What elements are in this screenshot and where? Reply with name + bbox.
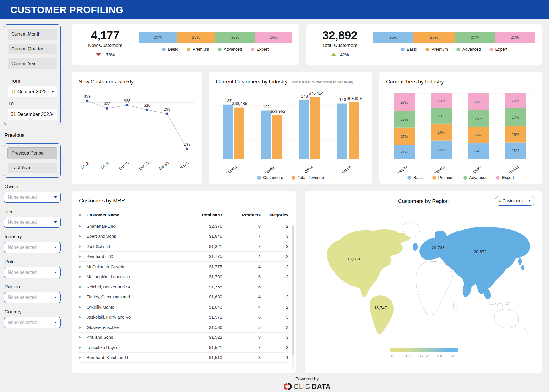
table-row[interactable]: ▶Bernhard LLC$1,77542 — [79, 252, 288, 262]
row-expand-caret-icon[interactable]: ▶ — [79, 245, 87, 248]
bar-customers-transportation[interactable] — [337, 104, 347, 159]
total-customers-label: Total Customers — [322, 43, 357, 48]
region-southeast-asia[interactable] — [484, 286, 491, 299]
table-row[interactable]: ▶Bernhard, Kutch and L$1,51031 — [79, 353, 288, 363]
table-row[interactable]: ▶Jaskolski, Ferry and Vo$1,57163 — [79, 312, 288, 323]
table-row[interactable]: ▶Leuschke-Raynor$1,52173 — [79, 342, 288, 353]
table-row[interactable]: ▶Shanahan-Lind$2,37682 — [79, 221, 288, 231]
cell-customer-name: O'Reilly-Mante — [87, 305, 179, 309]
row-expand-caret-icon[interactable]: ▶ — [79, 275, 87, 278]
previous-period-button[interactable]: Previous Period — [8, 148, 57, 159]
cell-total-mrr: $1,640 — [179, 305, 222, 309]
table-row[interactable]: ▶Jast-Schmitt$1,82173 — [79, 241, 288, 252]
role-dropdown[interactable]: None selected — [4, 267, 61, 278]
legend-dot-icon — [407, 176, 411, 180]
dist-segment-advanced: 25% — [455, 32, 495, 43]
region-north-america[interactable] — [327, 229, 411, 298]
bar-customers-entertainment[interactable] — [223, 105, 233, 159]
tier-legend: BasicPremiumAdvancedExpert — [373, 47, 535, 52]
col-customer-name[interactable]: Customer Name — [87, 212, 179, 217]
region-japan-south[interactable] — [521, 265, 524, 270]
from-label: From — [8, 78, 57, 84]
row-expand-caret-icon[interactable]: ▶ — [79, 346, 87, 349]
bar-revenue-other[interactable] — [310, 97, 320, 159]
powered-by-text: Powered by — [72, 376, 542, 381]
cell-categories: 2 — [261, 305, 288, 309]
filter-region: Region None selected — [4, 284, 61, 303]
x-axis-label: Other — [472, 165, 482, 173]
current-month-button[interactable]: Current Month — [8, 29, 57, 40]
industry-dropdown[interactable]: None selected — [4, 242, 61, 253]
row-expand-caret-icon[interactable]: ▶ — [79, 335, 87, 339]
country-dropdown[interactable]: None selected — [4, 317, 61, 328]
col-total-mrr[interactable]: Total MRR — [179, 212, 222, 217]
region-asia[interactable] — [439, 227, 530, 294]
row-expand-caret-icon[interactable]: ▶ — [79, 285, 87, 289]
table-row[interactable]: ▶O'Reilly-Mante$1,64042 — [79, 302, 288, 312]
last-year-button[interactable]: Last Year — [8, 163, 57, 173]
stack-percent-label: 25% — [474, 117, 482, 121]
row-expand-caret-icon[interactable]: ▶ — [79, 295, 87, 299]
col-products[interactable]: Products — [222, 212, 261, 217]
legend-label: Premium — [438, 175, 455, 180]
tier-legend: BasicPremiumAdvancedExpert — [379, 175, 542, 180]
cell-total-mrr: $1,680 — [179, 294, 222, 299]
legend-item-expert: Expert — [251, 47, 269, 52]
region-south-america[interactable] — [370, 296, 394, 334]
bar-customers-hospitality[interactable] — [261, 111, 271, 159]
bar-revenue-entertainment[interactable] — [234, 108, 244, 159]
row-expand-caret-icon[interactable]: ▶ — [79, 305, 87, 309]
row-expand-caret-icon[interactable]: ▶ — [79, 255, 87, 258]
legend-label: Basic — [407, 47, 417, 52]
row-expand-caret-icon[interactable]: ▶ — [79, 325, 87, 329]
bar-value-label: $53,962 — [271, 109, 285, 114]
region-uk[interactable] — [413, 243, 418, 251]
arrow-up-icon — [331, 53, 337, 56]
table-row[interactable]: ▶Kris and Sons$1,52283 — [79, 333, 288, 343]
table-row[interactable]: ▶Reichel, Becker and St$1,75563 — [79, 282, 288, 292]
row-expand-caret-icon[interactable]: ▶ — [79, 265, 87, 268]
row-expand-caret-icon[interactable]: ▶ — [79, 234, 87, 238]
filter-role: Role None selected — [4, 259, 61, 278]
table-title: Customers by MRR — [79, 198, 288, 204]
cell-total-mrr: $1,571 — [179, 315, 222, 319]
region-japan[interactable] — [518, 258, 522, 265]
stack-percent-label: 27% — [400, 134, 408, 139]
chevron-down-icon — [54, 247, 57, 248]
header-expand-caret-icon[interactable]: ▶ — [79, 213, 87, 217]
current-quarter-button[interactable]: Current Quarter — [8, 44, 57, 54]
table-row[interactable]: ▶McCullough-Goyette$1,77542 — [79, 262, 288, 272]
bar-revenue-transportation[interactable] — [349, 102, 359, 159]
col-categories[interactable]: Categories — [261, 212, 288, 217]
region-australia — [495, 309, 519, 328]
table-row[interactable]: ▶Ebert and Sons$1,84673 — [79, 231, 288, 242]
chevron-down-icon — [51, 91, 54, 93]
point-value-label: 359 — [84, 94, 91, 98]
current-year-button[interactable]: Current Year — [8, 58, 57, 69]
tier-dropdown[interactable]: None selected — [4, 217, 61, 228]
table-scrollbar[interactable] — [292, 225, 294, 370]
map-metric-selector[interactable]: # Customers — [495, 196, 535, 206]
x-axis-label: Oct 2 — [80, 161, 90, 170]
to-date-picker[interactable]: 31 December 2023 — [8, 109, 57, 120]
row-expand-caret-icon[interactable]: ▶ — [79, 315, 87, 319]
legend-dot-icon — [463, 176, 467, 180]
cell-categories: 2 — [261, 254, 288, 259]
stack-percent-label: 25% — [474, 133, 482, 137]
table-row[interactable]: ▶McLaughlin, Lehner an$1,76052 — [79, 272, 288, 282]
cell-customer-name: Shanahan-Lind — [87, 224, 179, 229]
cell-products: 4 — [222, 254, 261, 259]
legend-label: Total Revenue — [298, 175, 324, 180]
owner-dropdown[interactable]: None selected — [4, 192, 61, 203]
cell-products: 7 — [222, 244, 261, 249]
from-date-picker[interactable]: 01 October 2023 — [8, 86, 57, 97]
bar-revenue-hospitality[interactable] — [272, 115, 282, 159]
region-indonesia-3 — [505, 302, 509, 305]
line-point-nov-6 — [186, 148, 188, 150]
row-expand-caret-icon[interactable]: ▶ — [79, 224, 87, 228]
bar-customers-other[interactable] — [299, 100, 309, 159]
row-expand-caret-icon[interactable]: ▶ — [79, 356, 87, 359]
region-dropdown[interactable]: None selected — [4, 292, 61, 303]
table-row[interactable]: ▶Glover-Leuschke$1,53653 — [79, 322, 288, 333]
table-row[interactable]: ▶Flatley, Cummings and$1,68042 — [79, 292, 288, 302]
